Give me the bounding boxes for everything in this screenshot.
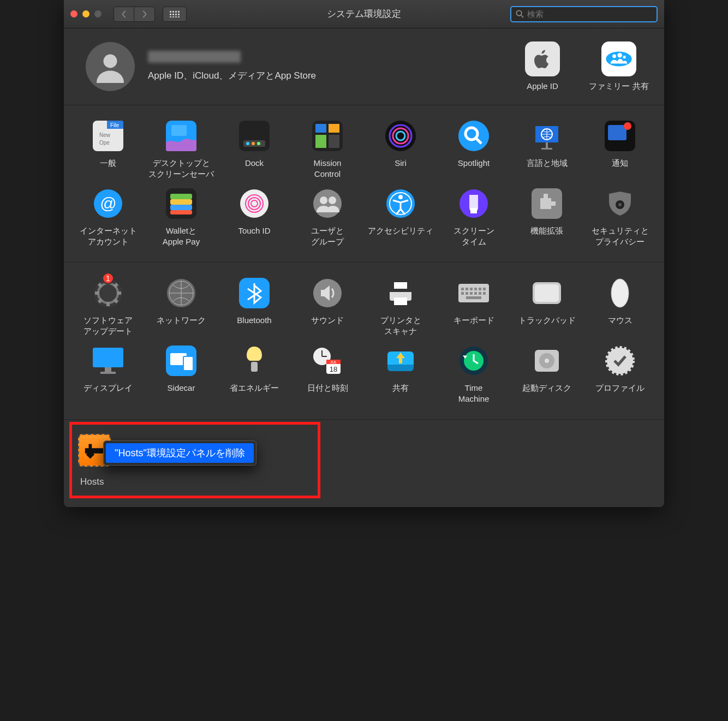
show-all-button[interactable]: [163, 7, 187, 22]
svg-rect-93: [470, 288, 473, 290]
network-prefpane[interactable]: ネットワーク: [145, 275, 218, 339]
dock-icon: [238, 120, 271, 152]
svg-rect-113: [183, 356, 193, 371]
security-prefpane[interactable]: セキュリティと プライバシー: [583, 185, 657, 250]
svg-point-63: [329, 196, 336, 204]
desktop-prefpane[interactable]: デスクトップと スクリーンセーバ: [145, 117, 218, 182]
screentime-label: スクリーン タイム: [453, 225, 494, 248]
startup-prefpane[interactable]: 起動ディスク: [510, 342, 583, 407]
lang-icon: [530, 120, 563, 152]
svg-text:File: File: [110, 122, 120, 128]
svg-point-62: [320, 196, 327, 204]
svg-point-18: [623, 56, 626, 58]
svg-rect-32: [315, 124, 326, 133]
timemachine-icon: [457, 344, 490, 377]
energy-label: 省エネルギー: [230, 383, 279, 404]
mission-icon: [311, 120, 344, 152]
notif-prefpane[interactable]: 通知: [583, 117, 657, 182]
svg-rect-78: [106, 302, 110, 306]
datetime-label: 日付と時刻: [307, 383, 348, 404]
screentime-prefpane[interactable]: スクリーン タイム: [437, 185, 510, 250]
account-shortcuts: Apple ID ファミリー 共有: [512, 41, 649, 92]
svg-rect-95: [479, 288, 481, 290]
svg-rect-48: [608, 125, 626, 140]
displays-icon: [92, 344, 124, 377]
startup-icon: [530, 344, 563, 377]
network-icon: [165, 277, 198, 309]
svg-rect-34: [315, 135, 326, 148]
trackpad-prefpane[interactable]: トラックパッド: [510, 275, 583, 339]
back-button[interactable]: [114, 7, 134, 22]
spotlight-prefpane[interactable]: Spotlight: [437, 117, 510, 182]
swupdate-prefpane[interactable]: 1ソフトウェア アップデート: [71, 275, 145, 339]
printers-label: プリンタと スキャナ: [380, 315, 421, 337]
datetime-prefpane[interactable]: JUL18日付と時刻: [291, 342, 364, 407]
svg-rect-5: [172, 14, 174, 15]
desktop-icon: [165, 120, 198, 152]
energy-prefpane[interactable]: 省エネルギー: [218, 342, 291, 407]
startup-label: 起動ディスク: [522, 383, 571, 404]
swupdate-badge: 1: [102, 272, 114, 284]
keyboard-prefpane[interactable]: キーボード: [437, 275, 510, 339]
titlebar: システム環境設定: [64, 0, 664, 28]
displays-prefpane[interactable]: ディスプレイ: [71, 342, 145, 407]
sidecar-icon: [165, 344, 198, 377]
svg-rect-87: [394, 282, 407, 290]
touchid-prefpane[interactable]: Touch ID: [218, 185, 291, 250]
sidecar-prefpane[interactable]: Sidecar: [145, 342, 218, 407]
timemachine-prefpane[interactable]: Time Machine: [437, 342, 510, 407]
apple-id-button[interactable]: Apple ID: [512, 41, 572, 92]
svg-rect-91: [461, 288, 464, 290]
sharing-prefpane[interactable]: 共有: [364, 342, 437, 407]
lang-prefpane[interactable]: 言語と地域: [510, 117, 583, 182]
dock-prefpane[interactable]: Dock: [218, 117, 291, 182]
ext-prefpane[interactable]: 機能拡張: [510, 185, 583, 250]
wallet-prefpane[interactable]: Walletと Apple Pay: [145, 185, 218, 250]
notif-label: 通知: [612, 158, 628, 180]
svg-rect-7: [178, 14, 180, 15]
prefs-section-2: 1ソフトウェア アップデートネットワークBluetoothサウンドプリンタと ス…: [64, 263, 664, 420]
close-window-button[interactable]: [70, 10, 77, 17]
keyboard-label: キーボード: [453, 315, 494, 337]
remove-hosts-menu-item[interactable]: "Hosts"環境設定パネルを削除: [106, 443, 254, 463]
svg-rect-92: [466, 288, 468, 290]
svg-rect-114: [251, 362, 258, 372]
svg-rect-56: [170, 210, 192, 214]
ext-label: 機能拡張: [530, 225, 563, 247]
internet-prefpane[interactable]: @インターネット アカウント: [71, 185, 145, 250]
wallet-label: Walletと Apple Pay: [163, 225, 200, 248]
svg-point-16: [612, 55, 616, 58]
svg-point-66: [398, 195, 403, 199]
mouse-prefpane[interactable]: マウス: [583, 275, 657, 339]
svg-rect-53: [170, 194, 192, 199]
zoom-window-button[interactable]: [94, 10, 102, 17]
touchid-icon: [238, 187, 271, 220]
sound-prefpane[interactable]: サウンド: [291, 275, 364, 339]
svg-point-126: [545, 359, 549, 363]
avatar[interactable]: [86, 42, 135, 91]
svg-point-40: [458, 121, 489, 151]
svg-rect-102: [483, 292, 486, 295]
minimize-window-button[interactable]: [82, 10, 89, 17]
svg-point-71: [618, 203, 622, 206]
siri-prefpane[interactable]: Siri: [364, 117, 437, 182]
a11y-prefpane[interactable]: アクセシビリティ: [364, 185, 437, 250]
forward-button[interactable]: [134, 7, 155, 22]
search-field[interactable]: [510, 6, 658, 22]
bluetooth-prefpane[interactable]: Bluetooth: [218, 275, 291, 339]
users-prefpane[interactable]: ユーザと グループ: [291, 185, 364, 250]
wallet-icon: [165, 187, 198, 220]
family-sharing-button[interactable]: ファミリー 共有: [589, 41, 649, 92]
ext-icon: [530, 187, 563, 220]
internet-icon: @: [92, 187, 124, 220]
general-prefpane[interactable]: FileNewOpe一般: [71, 117, 145, 182]
printers-prefpane[interactable]: プリンタと スキャナ: [364, 275, 437, 339]
svg-rect-101: [479, 292, 481, 295]
dock-label: Dock: [245, 158, 264, 180]
svg-rect-68: [470, 208, 477, 213]
search-input[interactable]: [527, 9, 652, 19]
mission-prefpane[interactable]: Mission Control: [291, 117, 364, 182]
datetime-icon: JUL18: [311, 344, 344, 377]
svg-rect-10: [175, 16, 177, 17]
profiles-prefpane[interactable]: プロファイル: [583, 342, 657, 407]
